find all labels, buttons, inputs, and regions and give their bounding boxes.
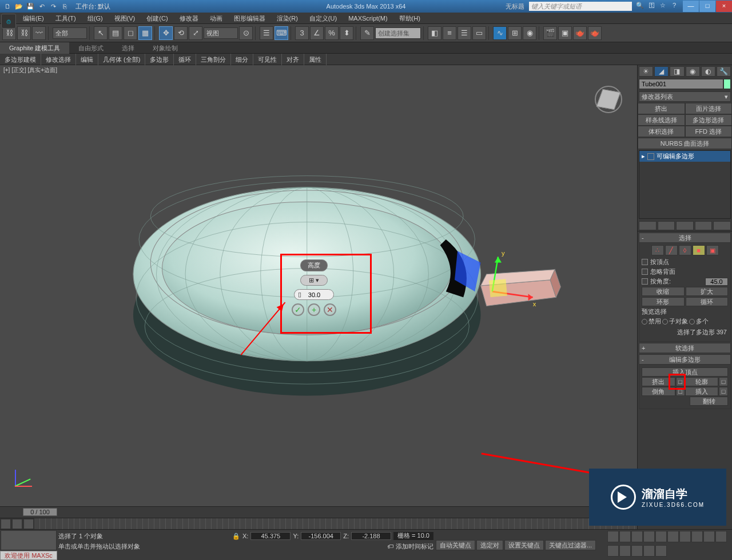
subobj-polygon-icon[interactable]: ■ bbox=[693, 245, 705, 255]
mod-poly-sel[interactable]: 多边形选择 bbox=[685, 114, 733, 126]
pan-icon[interactable] bbox=[631, 545, 643, 557]
preview-subobj-radio[interactable] bbox=[662, 319, 668, 325]
outline-settings-button[interactable]: □ bbox=[719, 377, 728, 386]
mod-spline-sel[interactable]: 样条线选择 bbox=[638, 114, 685, 126]
star-icon[interactable]: ☆ bbox=[658, 2, 667, 11]
ref-coord-system[interactable]: 视图 bbox=[204, 27, 238, 39]
extrude-button[interactable]: 挤出 bbox=[642, 377, 675, 386]
bevel-settings-button[interactable]: □ bbox=[676, 387, 685, 396]
coord-z[interactable]: -2.188 bbox=[351, 532, 391, 540]
mirror-icon[interactable]: ◧ bbox=[428, 26, 441, 40]
orbit-icon[interactable] bbox=[643, 545, 655, 557]
create-tab-icon[interactable]: ☀ bbox=[639, 66, 653, 77]
zoom-extents-icon[interactable] bbox=[607, 545, 619, 557]
caddy-type-dropdown[interactable]: ⊞ ▾ bbox=[300, 275, 328, 286]
rollup-selection-header[interactable]: -选择 bbox=[639, 233, 731, 243]
motion-tab-icon[interactable]: ◉ bbox=[686, 66, 700, 77]
save-icon[interactable]: 💾 bbox=[25, 1, 35, 11]
ribbon-tris[interactable]: 三角剖分 bbox=[196, 54, 231, 65]
redo-icon[interactable]: ↷ bbox=[48, 1, 58, 11]
ribbon-align[interactable]: 对齐 bbox=[282, 54, 304, 65]
shrink-button[interactable]: 收缩 bbox=[642, 287, 685, 296]
ring-button[interactable]: 环形 bbox=[642, 297, 685, 306]
material-editor-icon[interactable]: ◉ bbox=[523, 26, 536, 40]
viewport[interactable]: [+] [正交] [真实+边面] bbox=[0, 65, 637, 506]
time-tag-icon[interactable]: 🏷 bbox=[387, 543, 393, 550]
ribbon-geom-all[interactable]: 几何体 (全部) bbox=[98, 54, 145, 65]
bind-spacewarp-icon[interactable]: 〰 bbox=[32, 26, 46, 40]
stack-config-icon[interactable] bbox=[713, 221, 731, 230]
menu-group[interactable]: 组(G) bbox=[82, 13, 109, 24]
add-time-tag[interactable]: 添加时间标记 bbox=[396, 542, 433, 551]
subobj-border-icon[interactable]: ◊ bbox=[679, 245, 691, 255]
curve-editor-icon[interactable]: ∿ bbox=[493, 26, 507, 40]
menu-rendering[interactable]: 渲染(R) bbox=[271, 13, 304, 24]
link-icon[interactable]: ⎘ bbox=[59, 1, 70, 11]
subobj-element-icon[interactable]: ▣ bbox=[706, 245, 719, 255]
percent-snap-icon[interactable]: % bbox=[325, 26, 339, 40]
select-name-icon[interactable]: ▤ bbox=[109, 26, 122, 40]
window-crossing-icon[interactable]: ▦ bbox=[138, 26, 152, 40]
stack-unique-icon[interactable] bbox=[676, 221, 694, 230]
modify-tab-icon[interactable]: ◢ bbox=[654, 66, 669, 77]
mod-extrude[interactable]: 挤出 bbox=[638, 103, 685, 114]
inset-settings-button[interactable]: □ bbox=[719, 387, 728, 396]
angle-value[interactable]: 45.0 bbox=[705, 278, 728, 286]
key-mode-icon[interactable] bbox=[667, 531, 679, 542]
subobj-edge-icon[interactable]: ╱ bbox=[665, 245, 678, 255]
flip-button[interactable]: 翻转 bbox=[690, 397, 728, 406]
grow-button[interactable]: 扩大 bbox=[686, 287, 729, 296]
play-icon[interactable] bbox=[631, 531, 643, 542]
key-icon[interactable]: ⚿ bbox=[647, 2, 656, 11]
rendered-frame-icon[interactable]: ▣ bbox=[558, 26, 572, 40]
preview-multi-radio[interactable] bbox=[689, 319, 695, 325]
ribbon-toggle-icon[interactable]: ▭ bbox=[472, 26, 486, 40]
object-name-field[interactable] bbox=[639, 79, 723, 89]
utilities-tab-icon[interactable]: 🔧 bbox=[717, 66, 731, 77]
caddy-cancel-button[interactable]: ✕ bbox=[324, 303, 336, 316]
snap-3-icon[interactable]: 3 bbox=[295, 26, 309, 40]
ribbon-subdiv[interactable]: 细分 bbox=[231, 54, 253, 65]
menu-customize[interactable]: 自定义(U) bbox=[304, 13, 343, 24]
inset-button[interactable]: 插入 bbox=[685, 387, 719, 396]
selection-filter[interactable]: 全部 bbox=[53, 27, 87, 39]
select-icon[interactable]: ↖ bbox=[94, 26, 108, 40]
align-icon[interactable]: ≡ bbox=[443, 26, 456, 40]
angle-snap-icon[interactable]: ∠ bbox=[310, 26, 324, 40]
layers-icon[interactable]: ☰ bbox=[458, 26, 471, 40]
time-slider[interactable]: 0 / 100 bbox=[0, 506, 637, 518]
ribbon-properties[interactable]: 属性 bbox=[304, 54, 327, 65]
object-color-swatch[interactable] bbox=[723, 79, 731, 89]
menu-maxscript[interactable]: MAXScript(M) bbox=[343, 13, 393, 24]
ribbon-tab-selection[interactable]: 选择 bbox=[113, 42, 144, 54]
zoom-icon[interactable] bbox=[703, 531, 715, 542]
close-button[interactable]: × bbox=[716, 1, 732, 12]
ribbon-visibility[interactable]: 可见性 bbox=[253, 54, 282, 65]
zoom-all-icon[interactable] bbox=[715, 531, 727, 542]
rollup-softsel-header[interactable]: +软选择 bbox=[639, 343, 731, 353]
outline-button[interactable]: 轮廓 bbox=[685, 377, 719, 386]
ribbon-modify-sel[interactable]: 修改选择 bbox=[41, 54, 76, 65]
set-key-button[interactable]: 设置关键点 bbox=[504, 540, 544, 550]
ribbon-edit[interactable]: 编辑 bbox=[76, 54, 98, 65]
render-setup-icon[interactable]: 🎬 bbox=[543, 26, 557, 40]
stack-item-editable-poly[interactable]: ▸可编辑多边形 bbox=[639, 151, 730, 162]
select-region-icon[interactable]: ◻ bbox=[124, 26, 137, 40]
mod-ffd-sel[interactable]: FFD 选择 bbox=[685, 126, 733, 137]
ribbon-poly-model[interactable]: 多边形建模 bbox=[0, 54, 41, 65]
fov-icon[interactable] bbox=[619, 545, 631, 557]
display-tab-icon[interactable]: ◐ bbox=[701, 66, 715, 77]
next-frame-icon[interactable] bbox=[643, 531, 655, 542]
modifier-stack[interactable]: ▸可编辑多边形 bbox=[639, 150, 731, 219]
modifier-list-dropdown[interactable]: 修改器列表▾ bbox=[639, 91, 731, 102]
coord-x[interactable]: 45.375 bbox=[250, 532, 291, 540]
help-icon[interactable]: ? bbox=[670, 2, 679, 11]
ribbon-loops[interactable]: 循环 bbox=[174, 54, 196, 65]
by-angle-checkbox[interactable] bbox=[642, 278, 648, 285]
minimize-button[interactable]: — bbox=[683, 1, 699, 12]
by-vertex-checkbox[interactable] bbox=[642, 259, 648, 265]
coord-y[interactable]: -156.004 bbox=[301, 532, 341, 540]
open-icon[interactable]: 📂 bbox=[14, 1, 24, 11]
pivot-icon[interactable]: ⊙ bbox=[239, 26, 253, 40]
menu-create[interactable]: 创建(C) bbox=[141, 13, 173, 24]
